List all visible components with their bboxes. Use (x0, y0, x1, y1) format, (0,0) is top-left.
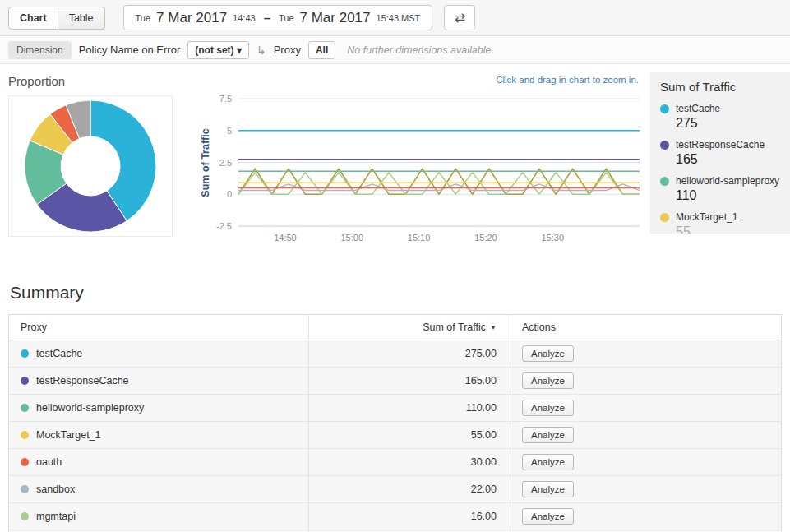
column-header-traffic[interactable]: Sum of Traffic▼ (309, 315, 510, 340)
x-tick-label: 15:30 (542, 233, 565, 243)
x-tick-label: 15:20 (474, 233, 497, 243)
summary-title: Summary (10, 283, 782, 303)
proxy-name: sandbox (36, 483, 75, 495)
analyze-button[interactable]: Analyze (522, 481, 574, 497)
legend-series-value: 275 (676, 116, 780, 131)
traffic-value: 275.00 (309, 340, 510, 368)
view-toggle: Chart Table (8, 7, 105, 30)
summary-table: Proxy Sum of Traffic▼ Actions testCache … (8, 314, 782, 532)
summary-section: Summary Proxy Sum of Traffic▼ Actions te… (0, 283, 790, 532)
analyze-button[interactable]: Analyze (522, 372, 574, 389)
x-tick-label: 15:10 (408, 233, 431, 243)
secondary-dimension-name: Proxy (274, 44, 301, 56)
column-header-actions: Actions (510, 315, 782, 340)
subdirectory-arrow-icon: ↳ (256, 44, 266, 57)
proxy-name: MockTarget_1 (36, 429, 101, 441)
start-day: Tue (136, 13, 151, 23)
y-tick-label: 0 (227, 189, 232, 199)
line-chart-svg[interactable]: -2.502.557.514:5015:0015:1015:2015:30Sum… (199, 90, 648, 245)
dimension-value-dropdown[interactable]: (not set) ▾ (187, 41, 249, 59)
sort-descending-icon: ▼ (490, 324, 497, 331)
analyze-button[interactable]: Analyze (522, 508, 574, 525)
series-color-dot (21, 512, 29, 520)
proportion-title: Proportion (8, 74, 179, 88)
no-dimensions-note: No further dimensions available (347, 44, 491, 56)
series-color-dot (21, 485, 29, 493)
analyze-button[interactable]: Analyze (522, 454, 574, 470)
series-color-dot (21, 377, 29, 385)
traffic-value: 22.00 (309, 476, 510, 503)
y-tick-label: 7.5 (219, 94, 232, 104)
dimension-name: Policy Name on Error (79, 44, 181, 56)
series-color-dot (21, 349, 29, 358)
series-color-dot (21, 404, 29, 412)
legend-series-value: 110 (676, 188, 780, 203)
table-row: MockTarget_1 55.00 Analyze (9, 422, 782, 449)
y-tick-label: 2.5 (219, 158, 232, 168)
date-range-picker[interactable]: Tue 7 Mar 2017 14:43 – Tue 7 Mar 2017 15… (123, 5, 433, 30)
legend-item[interactable]: testCache 275 (650, 99, 790, 136)
table-row: testCache 275.00 Analyze (9, 340, 782, 368)
table-row: oauth 30.00 Analyze (9, 449, 782, 476)
legend-item[interactable]: helloworld-sampleproxy 110 (650, 172, 790, 208)
legend-item[interactable]: testResponseCache 165 (650, 136, 790, 172)
timeseries-panel: Click and drag in chart to zoom in. -2.5… (179, 72, 650, 248)
table-header-row: Proxy Sum of Traffic▼ Actions (9, 315, 782, 340)
legend-series-name: helloworld-sampleproxy (676, 175, 779, 187)
y-axis-label: Sum of Traffic (200, 128, 211, 197)
column-header-proxy[interactable]: Proxy (9, 315, 309, 340)
legend-series-value: 165 (676, 152, 780, 167)
legend-color-dot (660, 213, 669, 222)
table-row: sandbox 22.00 Analyze (9, 476, 782, 503)
y-tick-label: -2.5 (216, 221, 232, 231)
proxy-name: testCache (36, 348, 82, 359)
end-day: Tue (279, 13, 294, 23)
traffic-value: 165.00 (309, 368, 510, 395)
legend-title: Sum of Traffic (650, 72, 790, 99)
proxy-name: testResponseCache (36, 375, 129, 386)
chevron-down-icon: ▾ (237, 44, 242, 56)
legend-color-dot (660, 177, 669, 186)
start-time: 14:43 (233, 13, 256, 23)
legend-item[interactable]: MockTarget_1 55 (650, 208, 790, 234)
legend-color-dot (660, 141, 669, 150)
legend-panel: Sum of Traffic testCache 275 testRespons… (650, 72, 790, 234)
y-tick-label: 5 (227, 126, 232, 136)
proxy-name: oauth (36, 456, 62, 468)
table-row: helloworld-sampleproxy 110.00 Analyze (9, 395, 782, 422)
table-row: testResponseCache 165.00 Analyze (9, 368, 782, 395)
legend-series-name: testCache (676, 103, 720, 114)
analyze-button[interactable]: Analyze (522, 345, 574, 362)
series-color-dot (21, 431, 29, 439)
analyze-button[interactable]: Analyze (522, 427, 574, 443)
refresh-button[interactable]: ⇄ (444, 5, 475, 30)
proportion-donut[interactable] (10, 97, 171, 235)
dimension-label: Dimension (8, 41, 72, 59)
end-date: 7 Mar 2017 (300, 10, 371, 26)
start-date: 7 Mar 2017 (156, 10, 227, 26)
proxy-name: helloworld-sampleproxy (36, 402, 144, 414)
legend-color-dot (660, 104, 669, 113)
legend-series-value: 55 (676, 224, 780, 234)
dimension-value: (not set) (195, 44, 233, 56)
analyze-button[interactable]: Analyze (522, 400, 574, 416)
series-color-dot (21, 458, 29, 466)
chart-tab-button[interactable]: Chart (8, 7, 58, 30)
top-toolbar: Chart Table Tue 7 Mar 2017 14:43 – Tue 7… (0, 0, 790, 36)
x-tick-label: 14:50 (274, 233, 297, 243)
table-tab-button[interactable]: Table (58, 7, 105, 30)
traffic-value: 110.00 (309, 395, 510, 422)
legend-series-name: testResponseCache (676, 139, 765, 150)
traffic-value: 30.00 (309, 449, 510, 476)
proxy-filter-button[interactable]: All (308, 41, 335, 59)
traffic-value: 16.00 (309, 503, 510, 530)
traffic-value: 55.00 (309, 422, 510, 449)
table-row: mgmtapi 16.00 Analyze (9, 503, 782, 530)
zoom-hint: Click and drag in chart to zoom in. (496, 75, 639, 85)
x-tick-label: 15:00 (341, 233, 364, 243)
chart-section: Proportion Click and drag in chart to zo… (0, 64, 790, 248)
refresh-icon: ⇄ (455, 10, 465, 25)
legend-series-name: MockTarget_1 (676, 211, 737, 223)
proportion-panel: Proportion (8, 72, 179, 248)
dimension-bar: Dimension Policy Name on Error (not set)… (0, 36, 790, 64)
